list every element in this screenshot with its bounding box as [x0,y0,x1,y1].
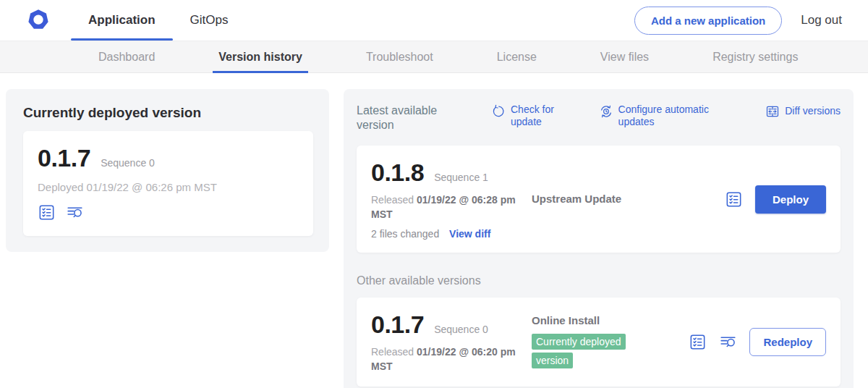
other-released-timestamp: Released 01/19/22 @ 06:20 pm MST [371,345,516,374]
app-logo[interactable] [26,0,51,41]
top-tabs: Application GitOps [71,0,245,41]
top-nav: Application GitOps Add a new application… [0,0,868,41]
latest-source-label: Upstream Update [532,193,621,205]
other-versions-title: Other available versions [357,274,841,287]
available-versions-panel: Latest available version Check for updat… [344,89,854,388]
currently-deployed-badge: Currently deployed version [532,334,626,368]
deployed-sequence-label: Sequence 0 [101,157,155,169]
latest-version-number: 0.1.8 [371,159,424,187]
subnav-item-dashboard[interactable]: Dashboard [93,41,161,72]
preflight-checks-icon[interactable] [38,203,56,222]
view-logs-icon[interactable] [66,203,84,222]
other-sequence-label: Sequence 0 [434,324,488,335]
diff-columns-icon [765,104,780,119]
logout-link[interactable]: Log out [801,13,842,28]
view-diff-link[interactable]: View diff [449,228,490,240]
clock-cycle-icon [599,104,613,119]
replicated-logo-icon [26,8,51,33]
subnav-item-version-history[interactable]: Version history [213,41,308,72]
tab-application[interactable]: Application [71,0,173,41]
app-subnav: Dashboard Version history Troubleshoot L… [0,41,868,73]
deployed-panel-title: Currently deployed version [23,105,313,121]
subnav-item-troubleshoot[interactable]: Troubleshoot [360,41,439,72]
subnav-item-view-files[interactable]: View files [595,41,655,72]
deployed-version-number: 0.1.7 [38,144,90,172]
available-panel-title: Latest available version [357,104,465,132]
other-version-card: 0.1.7 Sequence 0 Released 01/19/22 @ 06:… [357,298,841,387]
other-version-number: 0.1.7 [371,311,424,339]
view-logs-icon[interactable] [719,333,737,351]
deployed-version-card: 0.1.7 Sequence 0 Deployed 01/19/22 @ 06:… [23,131,313,236]
add-application-button[interactable]: Add a new application [634,7,782,35]
check-for-update-button[interactable]: Check for update [491,104,560,128]
subnav-item-registry-settings[interactable]: Registry settings [707,41,804,72]
latest-released-timestamp: Released 01/19/22 @ 06:28 pm MST [371,193,516,222]
diff-versions-button[interactable]: Diff versions [765,104,841,119]
configure-automatic-updates-button[interactable]: Configure automatic updates [599,104,727,128]
redeploy-button[interactable]: Redeploy [749,328,826,356]
latest-version-card: 0.1.8 Sequence 1 Released 01/19/22 @ 06:… [357,146,841,253]
preflight-checks-icon[interactable] [725,190,743,208]
subnav-item-license[interactable]: License [491,41,542,72]
files-changed-label: 2 files changed [371,228,439,240]
tab-gitops[interactable]: GitOps [173,0,246,41]
currently-deployed-panel: Currently deployed version 0.1.7 Sequenc… [6,89,329,252]
tab-gitops-label: GitOps [190,13,229,28]
other-source-label: Online Install [532,314,689,326]
preflight-checks-icon[interactable] [689,333,707,351]
latest-sequence-label: Sequence 1 [434,172,488,183]
refresh-icon [491,104,506,119]
tab-application-label: Application [88,13,156,28]
deploy-button[interactable]: Deploy [755,185,826,214]
deployed-timestamp: Deployed 01/19/22 @ 06:26 pm MST [38,181,299,193]
